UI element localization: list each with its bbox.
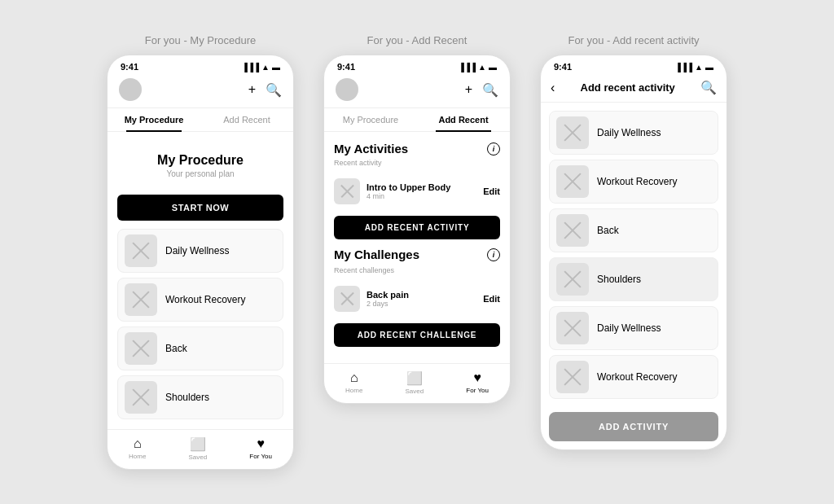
challenge-row: Back pain 2 days Edit (334, 281, 500, 317)
screen2-wrapper: For you - Add Recent 9:41 ▐▐▐ ▲ ▬ + 🔍 (323, 34, 511, 404)
item-s3-name-4: Daily Wellness (597, 322, 661, 334)
foryou-label: For You (249, 453, 272, 460)
thumb-4 (125, 381, 157, 414)
thumb-s3-4 (556, 312, 589, 344)
tab-row-2: My Procedure Add Recent (324, 108, 510, 132)
recent-info-2: Back pain 2 days (367, 290, 476, 308)
item-s3-name-3: Shoulders (597, 274, 641, 285)
activity-row: Intro to Upper Body 4 min Edit (334, 173, 500, 209)
add-recent-activity-button[interactable]: ADD RECENT ACTIVITY (334, 216, 500, 239)
add-activity-button[interactable]: ADD ACTIVITY (549, 412, 718, 441)
thumb-1 (125, 234, 157, 267)
time-1: 9:41 (121, 62, 138, 72)
plus-icon-2[interactable]: + (465, 82, 472, 97)
home-icon-2: ⌂ (350, 370, 358, 385)
status-icons-2: ▐▐▐ ▲ ▬ (459, 63, 497, 72)
time-3: 9:41 (554, 62, 572, 72)
list-item-s3-0[interactable]: Daily Wellness (549, 111, 718, 155)
foryou-label-2: For You (466, 387, 489, 394)
status-bar-1: 9:41 ▐▐▐ ▲ ▬ (108, 55, 293, 75)
item-s3-name-2: Back (597, 225, 619, 236)
bottom-saved-2[interactable]: ⬜ Saved (406, 370, 424, 395)
item-s3-name-5: Workout Recovery (597, 371, 677, 383)
status-bar-2: 9:41 ▐▐▐ ▲ ▬ (324, 55, 510, 75)
list-item-s3-1[interactable]: Workout Recovery (549, 160, 718, 204)
avatar-2[interactable] (336, 78, 358, 101)
bottom-foryou-2[interactable]: ♥ For You (466, 370, 489, 395)
thumb-s3-5 (556, 361, 589, 393)
activities-title: My Activities (334, 142, 408, 156)
thumb-s3-2 (556, 214, 589, 247)
nav-bar-2: + 🔍 (324, 75, 510, 108)
search-icon-3[interactable]: 🔍 (700, 80, 717, 95)
item-name-3: Back (165, 343, 187, 354)
status-bar-3: 9:41 ▐▐▐ ▲ ▬ (541, 55, 726, 75)
add-recent-challenge-button[interactable]: ADD RECENT CHALLENGE (334, 323, 500, 347)
info-icon-challenges[interactable]: i (487, 248, 500, 261)
procedure-header: My Procedure Your personal plan (117, 142, 283, 186)
item-name-1: Daily Wellness (165, 245, 229, 256)
battery-icon-3: ▬ (705, 63, 713, 72)
screen2-label: For you - Add Recent (367, 34, 467, 46)
home-label-2: Home (345, 387, 362, 394)
procedure-title: My Procedure (117, 153, 283, 168)
battery-icon-2: ▬ (489, 63, 497, 72)
screen1-label: For you - My Procedure (145, 34, 257, 46)
screen1-phone: 9:41 ▐▐▐ ▲ ▬ + 🔍 My Procedure Add Recent (107, 55, 294, 470)
bottom-home-2[interactable]: ⌂ Home (345, 370, 362, 395)
activity-name: Intro to Upper Body (367, 182, 476, 192)
screens-container: For you - My Procedure 9:41 ▐▐▐ ▲ ▬ + 🔍 (90, 18, 744, 486)
avatar-1[interactable] (119, 78, 142, 101)
item-s3-name-0: Daily Wellness (597, 127, 661, 138)
challenges-title: My Challenges (334, 248, 419, 261)
list-item-s3-4[interactable]: Daily Wellness (549, 306, 718, 350)
plus-icon[interactable]: + (248, 82, 256, 97)
bottom-bar-1: ⌂ Home ⬜ Saved ♥ For You (108, 429, 293, 469)
thumb-3 (125, 332, 157, 365)
info-icon-activities[interactable]: i (487, 142, 500, 156)
list-item-s3-2[interactable]: Back (549, 208, 718, 252)
nav-icons-1: + 🔍 (248, 82, 282, 98)
activity-list-1: Daily Wellness Workout Recovery Back Sho… (117, 229, 283, 419)
list-item[interactable]: Daily Wellness (117, 229, 283, 273)
screen3-phone: 9:41 ▐▐▐ ▲ ▬ ‹ Add recent activity 🔍 Dai… (540, 55, 727, 450)
bottom-saved-1[interactable]: ⬜ Saved (189, 436, 208, 461)
bottom-home-1[interactable]: ⌂ Home (129, 436, 146, 461)
home-label: Home (129, 453, 146, 460)
wifi-icon: ▲ (261, 63, 270, 72)
page-title: Add recent activity (581, 81, 675, 94)
recent-thumb-1 (334, 178, 360, 204)
search-icon[interactable]: 🔍 (266, 82, 282, 98)
tab-my-procedure[interactable]: My Procedure (108, 108, 200, 131)
saved-icon: ⬜ (190, 436, 206, 452)
tab-add-recent-2[interactable]: Add Recent (417, 108, 510, 131)
list-item-s3-3[interactable]: Shoulders (549, 257, 718, 301)
activities-section-header: My Activities i (334, 142, 500, 156)
list-item[interactable]: Back (117, 327, 283, 370)
saved-icon-2: ⬜ (406, 370, 423, 386)
bottom-foryou-1[interactable]: ♥ For You (249, 436, 272, 461)
edit-button-1[interactable]: Edit (483, 186, 500, 196)
wifi-icon-3: ▲ (695, 63, 703, 72)
tab-add-recent-1[interactable]: Add Recent (200, 108, 293, 131)
saved-label: Saved (189, 454, 208, 461)
challenge-name: Back pain (367, 290, 476, 300)
start-now-button[interactable]: START NOW (117, 195, 283, 221)
tab-my-procedure-2[interactable]: My Procedure (324, 108, 417, 131)
nav-bar-1: + 🔍 (108, 75, 293, 108)
list-item-s3-5[interactable]: Workout Recovery (549, 355, 718, 399)
list-item[interactable]: Shoulders (117, 375, 283, 419)
thumb-s3-3 (556, 263, 589, 296)
thumb-s3-0 (556, 116, 589, 149)
signal-icon-3: ▐▐▐ (675, 63, 692, 72)
list-item[interactable]: Workout Recovery (117, 278, 283, 322)
edit-button-2[interactable]: Edit (483, 294, 500, 304)
back-button[interactable]: ‹ (551, 81, 555, 95)
search-icon-2[interactable]: 🔍 (482, 82, 498, 98)
activity-meta: 4 min (367, 192, 476, 200)
saved-label-2: Saved (406, 388, 424, 395)
item-s3-name-1: Workout Recovery (597, 176, 677, 187)
item-name-4: Shoulders (165, 392, 209, 403)
screen3-wrapper: For you - Add recent activity 9:41 ▐▐▐ ▲… (540, 34, 727, 450)
thumb-2 (125, 283, 157, 316)
